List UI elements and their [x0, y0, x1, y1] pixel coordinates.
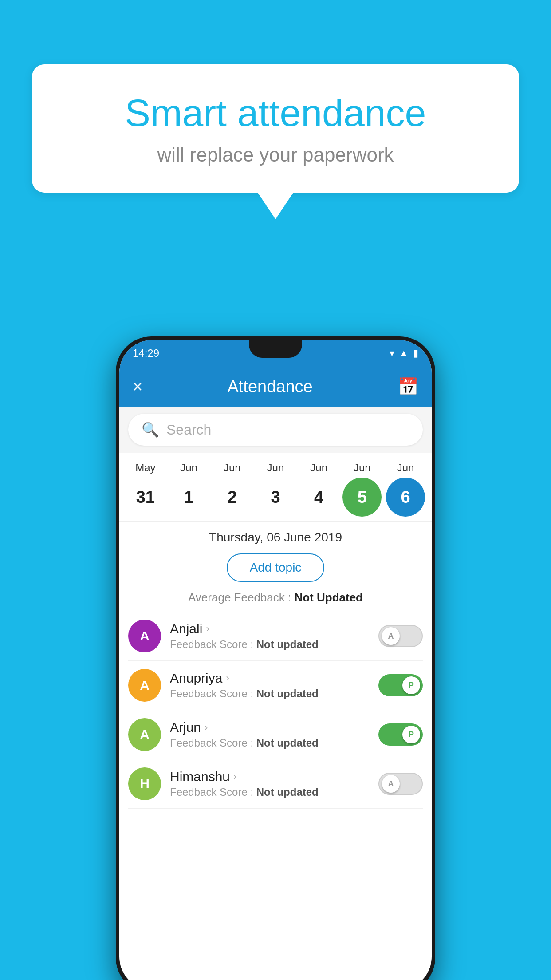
- calendar-icon[interactable]: 📅: [398, 377, 418, 396]
- student-info-himanshu: Himanshu › Feedback Score : Not updated: [170, 769, 370, 798]
- student-feedback-arjun: Feedback Score : Not updated: [170, 737, 370, 749]
- month-3: Jun: [256, 462, 295, 474]
- student-name-himanshu[interactable]: Himanshu ›: [170, 769, 370, 784]
- student-name-anupriya[interactable]: Anupriya ›: [170, 671, 370, 686]
- student-item-himanshu: H Himanshu › Feedback Score : Not update…: [128, 759, 423, 809]
- toggle-track-himanshu: A: [378, 773, 423, 795]
- selected-date-text: Thursday, 06 June 2019: [119, 522, 432, 549]
- student-info-anjali: Anjali › Feedback Score : Not updated: [170, 621, 370, 651]
- date-1[interactable]: 1: [169, 478, 209, 517]
- search-bar[interactable]: 🔍 Search: [128, 414, 423, 446]
- date-row: 31 1 2 3 4 5 6: [124, 478, 427, 517]
- phone-notch: [249, 340, 302, 358]
- date-3[interactable]: 3: [256, 478, 295, 517]
- phone-inner: 14:29 ▾ ▲ ▮ × Attendance 📅 🔍 Search May …: [119, 340, 432, 980]
- month-6: Jun: [386, 462, 425, 474]
- battery-icon: ▮: [413, 348, 418, 359]
- month-0: May: [126, 462, 165, 474]
- status-bar: 14:29 ▾ ▲ ▮: [119, 340, 432, 367]
- content-area: Thursday, 06 June 2019 Add topic Average…: [119, 522, 432, 809]
- status-time: 14:29: [133, 347, 159, 360]
- search-bar-container: 🔍 Search: [119, 407, 432, 453]
- month-1: Jun: [169, 462, 209, 474]
- student-feedback-anjali: Feedback Score : Not updated: [170, 638, 370, 651]
- date-31[interactable]: 31: [126, 478, 165, 517]
- app-title: Attendance: [227, 377, 312, 396]
- close-icon[interactable]: ×: [133, 377, 142, 396]
- toggle-track-arjun: P: [378, 723, 423, 746]
- toggle-anupriya[interactable]: P: [378, 674, 423, 696]
- date-6[interactable]: 6: [386, 478, 425, 517]
- student-feedback-himanshu: Feedback Score : Not updated: [170, 786, 370, 798]
- phone-frame: 14:29 ▾ ▲ ▮ × Attendance 📅 🔍 Search May …: [116, 336, 435, 980]
- toggle-thumb-anjali: A: [382, 627, 400, 645]
- toggle-arjun[interactable]: P: [378, 723, 423, 746]
- avatar-himanshu: H: [128, 767, 161, 800]
- date-2[interactable]: 2: [213, 478, 252, 517]
- toggle-thumb-himanshu: A: [382, 775, 400, 793]
- student-list: A Anjali › Feedback Score : Not updated: [119, 612, 432, 809]
- month-5: Jun: [342, 462, 382, 474]
- avg-feedback-label: Average Feedback :: [188, 591, 291, 604]
- wifi-icon: ▾: [390, 348, 394, 359]
- avatar-anjali: A: [128, 620, 161, 652]
- toggle-himanshu[interactable]: A: [378, 773, 423, 795]
- month-4: Jun: [299, 462, 338, 474]
- search-placeholder-text: Search: [166, 422, 211, 438]
- avatar-arjun: A: [128, 718, 161, 751]
- chevron-right-icon-himanshu: ›: [233, 771, 236, 782]
- avatar-anupriya: A: [128, 669, 161, 702]
- student-feedback-anupriya: Feedback Score : Not updated: [170, 688, 370, 700]
- date-4[interactable]: 4: [299, 478, 338, 517]
- toggle-thumb-arjun: P: [402, 726, 420, 743]
- speech-bubble-arrow: [258, 193, 293, 219]
- toggle-track-anjali: A: [378, 625, 423, 647]
- toggle-thumb-anupriya: P: [402, 676, 420, 694]
- speech-bubble: Smart attendance will replace your paper…: [32, 64, 519, 193]
- calendar-strip: May Jun Jun Jun Jun Jun Jun 31 1 2 3 4 5…: [119, 453, 432, 522]
- app-header: × Attendance 📅: [119, 367, 432, 407]
- chevron-right-icon-anjali: ›: [206, 623, 209, 635]
- student-name-anjali[interactable]: Anjali ›: [170, 621, 370, 636]
- month-row: May Jun Jun Jun Jun Jun Jun: [124, 462, 427, 474]
- speech-bubble-title: Smart attendance: [67, 91, 484, 135]
- toggle-anjali[interactable]: A: [378, 625, 423, 647]
- date-5[interactable]: 5: [342, 478, 382, 517]
- student-item-arjun: A Arjun › Feedback Score : Not updated: [128, 710, 423, 759]
- student-item-anupriya: A Anupriya › Feedback Score : Not update…: [128, 661, 423, 710]
- toggle-track-anupriya: P: [378, 674, 423, 696]
- chevron-right-icon-anupriya: ›: [226, 672, 229, 684]
- student-info-anupriya: Anupriya › Feedback Score : Not updated: [170, 671, 370, 700]
- student-item-anjali: A Anjali › Feedback Score : Not updated: [128, 612, 423, 661]
- speech-bubble-subtitle: will replace your paperwork: [67, 144, 484, 166]
- search-icon: 🔍: [142, 421, 159, 438]
- status-icons: ▾ ▲ ▮: [390, 348, 418, 359]
- month-2: Jun: [213, 462, 252, 474]
- avg-feedback: Average Feedback : Not Updated: [119, 586, 432, 612]
- chevron-right-icon-arjun: ›: [205, 722, 208, 733]
- add-topic-button[interactable]: Add topic: [227, 553, 325, 582]
- speech-bubble-container: Smart attendance will replace your paper…: [32, 64, 519, 219]
- student-info-arjun: Arjun › Feedback Score : Not updated: [170, 720, 370, 749]
- signal-icon: ▲: [399, 348, 409, 359]
- avg-feedback-value: Not Updated: [294, 591, 363, 604]
- student-name-arjun[interactable]: Arjun ›: [170, 720, 370, 735]
